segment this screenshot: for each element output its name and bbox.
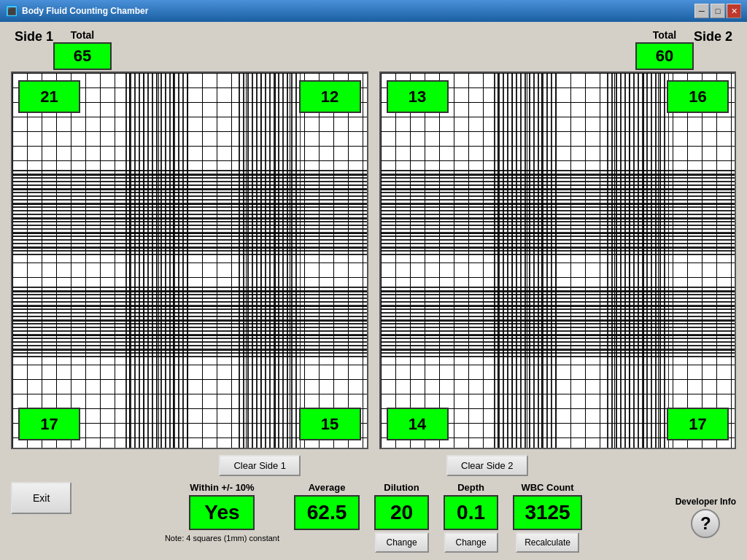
dilution-label: Dilution <box>384 482 419 493</box>
within-label: Within +/- 10% <box>190 482 254 493</box>
dilution-group: Dilution 20 Change <box>374 482 429 553</box>
exit-button[interactable]: Exit <box>11 482 71 514</box>
within-group: Within +/- 10% Yes Note: 4 squares (1mm)… <box>165 482 279 542</box>
side2-total-value: 60 <box>635 42 694 70</box>
clear-side2-button[interactable]: Clear Side 2 <box>446 455 528 476</box>
window-title: Body Fluid Counting Chamber <box>22 6 148 16</box>
close-button[interactable]: ✕ <box>727 4 741 18</box>
chamber2-top-right: 16 <box>667 80 729 113</box>
change-dilution-button[interactable]: Change <box>375 532 429 553</box>
chamber1-top-left: 21 <box>18 80 80 113</box>
dilution-value: 20 <box>374 495 429 530</box>
clear-buttons-row: Clear Side 1 Clear Side 2 <box>11 455 736 476</box>
depth-group: Depth 0.1 Change <box>444 482 498 553</box>
app-icon: ⬛ <box>6 5 18 17</box>
chamber2-bottom-right: 17 <box>667 408 729 440</box>
recalculate-button[interactable]: Recalculate <box>516 532 579 553</box>
clear-side1-button[interactable]: Clear Side 1 <box>219 455 301 476</box>
wbc-label: WBC Count <box>521 482 573 493</box>
stat-note: Note: 4 squares (1mm) constant <box>165 534 279 542</box>
side2-total-block: Total 60 <box>635 29 694 70</box>
chamber1-hatch-h2 <box>12 284 367 357</box>
chamber2-grid <box>381 73 735 448</box>
chamber1-hatch-h1 <box>12 168 367 255</box>
wbc-value: 3125 <box>513 495 582 530</box>
average-label: Average <box>309 482 346 493</box>
chamber2-top-left: 13 <box>387 80 449 113</box>
chamber2-hatch-h2 <box>381 284 735 357</box>
side1-total-value: 65 <box>53 42 112 70</box>
chamber1-bottom-left: 17 <box>18 408 80 440</box>
stats-grid: Within +/- 10% Yes Note: 4 squares (1mm)… <box>79 482 667 553</box>
chamber1-grid <box>12 73 367 448</box>
chambers-row: 21 12 17 15 13 16 14 17 <box>11 71 736 449</box>
window-controls: ─ □ ✕ <box>694 4 741 18</box>
help-button[interactable]: ? <box>691 509 720 538</box>
chamber1: 21 12 17 15 <box>11 71 368 449</box>
minimize-button[interactable]: ─ <box>694 4 709 18</box>
side2-label: Side 2 <box>694 29 732 44</box>
side2-total-label: Total <box>653 29 676 41</box>
chamber1-hatch-v1 <box>125 73 187 448</box>
chamber2-hatch-v1 <box>494 73 556 448</box>
chamber2-hatch-v2 <box>607 73 669 448</box>
bottom-row: Exit Within +/- 10% Yes Note: 4 squares … <box>11 482 736 553</box>
average-group: Average 62.5 <box>294 482 360 530</box>
chamber2-bottom-left: 14 <box>387 408 449 440</box>
wbc-group: WBC Count 3125 Recalculate <box>513 482 582 553</box>
average-value: 62.5 <box>294 495 360 530</box>
side1-label: Side 1 <box>15 29 53 44</box>
side1-total-block: Total 65 <box>53 29 112 70</box>
within-value: Yes <box>189 495 255 530</box>
depth-label: Depth <box>457 482 484 493</box>
developer-label: Developer Info <box>676 497 736 507</box>
side1-total-label: Total <box>71 29 94 41</box>
chamber2: 13 16 14 17 <box>379 71 737 449</box>
developer-info: Developer Info ? <box>676 497 736 538</box>
main-content: Side 1 Total 65 Total 60 Side 2 21 12 17 <box>0 22 747 560</box>
chamber1-top-right: 12 <box>299 80 361 113</box>
chamber1-hatch-v2 <box>239 73 301 448</box>
title-bar: ⬛ Body Fluid Counting Chamber ─ □ ✕ <box>0 0 747 22</box>
maximize-button[interactable]: □ <box>711 4 725 18</box>
sides-header: Side 1 Total 65 Total 60 Side 2 <box>11 29 736 70</box>
change-depth-button[interactable]: Change <box>444 532 498 553</box>
depth-value: 0.1 <box>444 495 498 530</box>
chamber1-bottom-right: 15 <box>299 408 361 440</box>
chamber2-hatch-h1 <box>381 168 735 255</box>
